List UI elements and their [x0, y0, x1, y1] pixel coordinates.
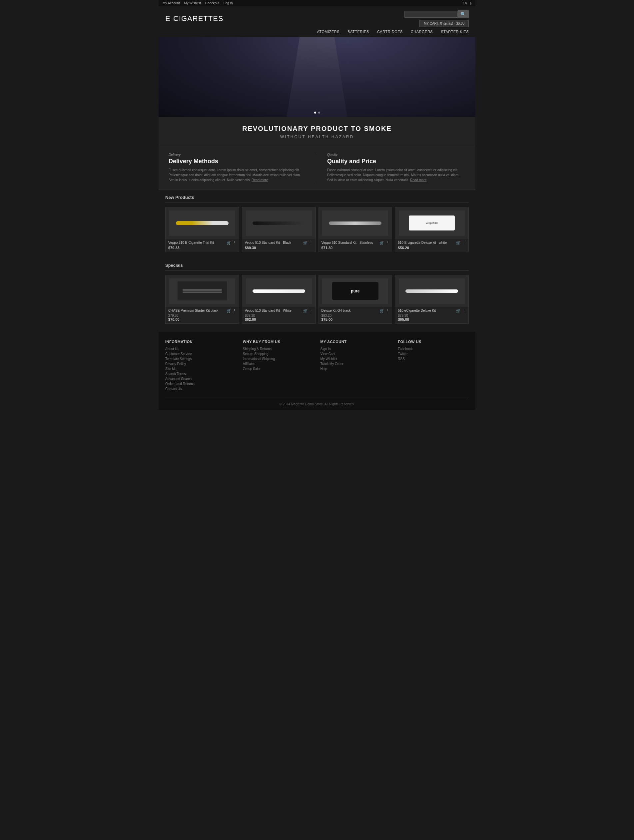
footer-link-template[interactable]: Template Settings	[165, 357, 236, 361]
product-img-inner	[322, 210, 388, 236]
nav-atomizers[interactable]: ATOMIZERS	[317, 30, 340, 34]
add-to-cart-icon[interactable]: 🛒	[226, 309, 231, 313]
add-to-cart-icon[interactable]: 🛒	[379, 241, 384, 245]
cart-button[interactable]: MY CART: 0 item(s) - $0.00	[419, 20, 469, 27]
top-bar-links: My Account My Wishlist Checkout Log In	[163, 2, 236, 5]
site-logo[interactable]: E-CIGARETTES	[165, 14, 223, 23]
product-img-trial	[166, 207, 239, 239]
footer-my-account: MY ACCOUNT Sign In View Cart My Wishlist…	[321, 340, 392, 392]
language-selector[interactable]: En	[463, 2, 467, 5]
product-info-icon[interactable]: ⋮	[462, 309, 466, 313]
veppo-white-img	[253, 289, 305, 293]
black-img	[253, 221, 305, 225]
footer-columns: INFORMATION About Us Customer Service Te…	[165, 340, 469, 392]
add-to-cart-icon[interactable]: 🛒	[303, 309, 308, 313]
search-input[interactable]	[405, 11, 458, 17]
footer-link-rss[interactable]: RSS	[398, 357, 469, 361]
footer-link-customer[interactable]: Customer Service	[165, 352, 236, 356]
footer-link-shipping[interactable]: Shipping & Returns	[243, 347, 314, 351]
footer-link-orders[interactable]: Orders and Returns	[165, 382, 236, 386]
nav-chargers[interactable]: CHARGERS	[411, 30, 433, 34]
top-bar: My Account My Wishlist Checkout Log In E…	[158, 0, 476, 6]
product-info: Deluxe Kit G4 black 🛒 ⋮ $83.20 $75.00	[319, 307, 392, 324]
carousel-dot-2[interactable]	[318, 112, 320, 114]
product-card-deluxe: 510 eCigarette Deluxe Kit 🛒 ⋮ $72.30 $65…	[395, 275, 469, 324]
footer-link-advsearch[interactable]: Advanced Search	[165, 377, 236, 381]
footer-link-viewcart[interactable]: View Cart	[321, 352, 392, 356]
footer-link-track[interactable]: Track My Order	[321, 362, 392, 366]
add-to-cart-icon[interactable]: 🛒	[303, 241, 308, 245]
quality-title: Quality and Price	[327, 158, 465, 165]
chase-bar-3	[183, 292, 222, 293]
add-to-cart-icon[interactable]: 🛒	[456, 309, 461, 313]
top-bar-controls: En $	[463, 2, 471, 5]
product-price: $79.33	[168, 246, 236, 250]
footer-link-secure[interactable]: Secure Shopping	[243, 352, 314, 356]
product-old-price: $72.30	[398, 314, 466, 317]
checkout-link[interactable]: Checkout	[205, 2, 219, 5]
product-old-price: $83.20	[321, 314, 389, 317]
product-actions: 🛒 ⋮	[456, 241, 466, 245]
quality-read-more[interactable]: Read more	[410, 178, 427, 182]
delivery-feature: Delivery Delivery Methods Fusce euismod …	[165, 153, 310, 183]
footer-link-about[interactable]: About Us	[165, 347, 236, 351]
new-products-title: New Products	[165, 195, 469, 203]
my-wishlist-link[interactable]: My Wishlist	[184, 2, 201, 5]
footer-info-title: INFORMATION	[165, 340, 236, 344]
product-img-inner	[169, 278, 235, 304]
search-button[interactable]: 🔍	[458, 10, 469, 18]
product-info-icon[interactable]: ⋮	[232, 309, 236, 313]
product-info-icon[interactable]: ⋮	[386, 241, 389, 245]
feature-divider	[317, 153, 317, 183]
footer-link-help[interactable]: Help	[321, 367, 392, 371]
header-right: 🔍 MY CART: 0 item(s) - $0.00	[405, 10, 469, 27]
footer-link-privacy[interactable]: Privacy Policy	[165, 362, 236, 366]
quality-label: Quality	[327, 153, 465, 156]
product-info-icon[interactable]: ⋮	[309, 241, 313, 245]
footer-link-search[interactable]: Search Terms	[165, 372, 236, 376]
my-account-link[interactable]: My Account	[163, 2, 180, 5]
add-to-cart-icon[interactable]: 🛒	[456, 241, 461, 245]
product-info-icon[interactable]: ⋮	[232, 241, 236, 245]
g4-img: pure	[332, 282, 378, 300]
footer-link-twitter[interactable]: Twitter	[398, 352, 469, 356]
footer-link-group[interactable]: Group Sales	[243, 367, 314, 371]
header: E-CIGARETTES 🔍 MY CART: 0 item(s) - $0.0…	[158, 6, 476, 30]
footer-link-facebook[interactable]: Facebook	[398, 347, 469, 351]
footer-link-signin[interactable]: Sign In	[321, 347, 392, 351]
product-info: Veppo 510 E-Cigarette Trial Kit 🛒 ⋮ $79.…	[166, 239, 239, 252]
login-link[interactable]: Log In	[223, 2, 233, 5]
chase-img	[177, 281, 227, 300]
delivery-read-more[interactable]: Read more	[251, 178, 268, 182]
nav-batteries[interactable]: BATTERIES	[348, 30, 369, 34]
product-actions: 🛒 ⋮	[379, 241, 389, 245]
white-kit-img: veppo510	[409, 215, 455, 231]
delivery-label: Delivery	[169, 153, 307, 156]
product-info-icon[interactable]: ⋮	[309, 309, 313, 313]
product-info-icon[interactable]: ⋮	[462, 241, 466, 245]
carousel-dot-1[interactable]	[314, 112, 316, 114]
product-info-icon[interactable]: ⋮	[386, 309, 389, 313]
product-img-stainless	[319, 207, 392, 239]
footer-link-international[interactable]: International Shipping	[243, 357, 314, 361]
main-nav: ATOMIZERS BATTERIES CARTRIDGES CHARGERS …	[158, 30, 476, 37]
footer-link-affiliates[interactable]: Affiliates	[243, 362, 314, 366]
product-actions: 🛒 ⋮	[379, 309, 389, 313]
nav-starter-kits[interactable]: STARTER KITS	[441, 30, 469, 34]
currency-selector[interactable]: $	[470, 2, 471, 5]
product-old-price: $69.30	[245, 314, 313, 317]
footer-information: INFORMATION About Us Customer Service Te…	[165, 340, 236, 392]
product-info: Veppo 510 Standard Kit - Black 🛒 ⋮ $80.3…	[242, 239, 316, 252]
nav-cartridges[interactable]: CARTRIDGES	[377, 30, 403, 34]
footer-link-wishlist[interactable]: My Wishlist	[321, 357, 392, 361]
product-name: Veppo 510 Standard Kit - Black	[245, 241, 291, 245]
product-price: $62.00	[245, 317, 313, 321]
footer: INFORMATION About Us Customer Service Te…	[158, 332, 476, 410]
product-name-row: 510 E-cigarette Deluxe kit - white 🛒 ⋮	[398, 241, 466, 246]
footer-link-sitemap[interactable]: Site Map	[165, 367, 236, 371]
product-img-black	[242, 207, 316, 239]
add-to-cart-icon[interactable]: 🛒	[226, 241, 231, 245]
new-products-section: New Products Veppo 510 E-Cigarette Trial…	[158, 189, 476, 260]
add-to-cart-icon[interactable]: 🛒	[379, 309, 384, 313]
footer-link-contact[interactable]: Contact Us	[165, 387, 236, 391]
